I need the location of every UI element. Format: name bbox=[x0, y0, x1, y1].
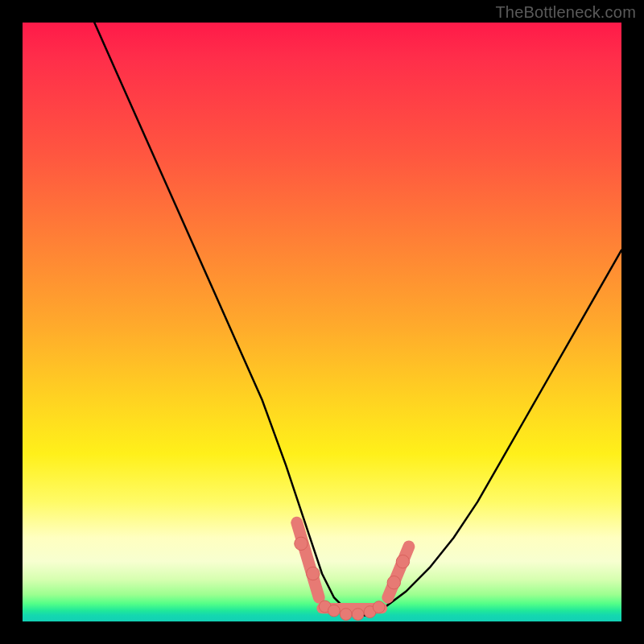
pt-left-lower bbox=[307, 567, 320, 580]
bottleneck-curve bbox=[94, 23, 621, 616]
outer-frame: TheBottleneck.com bbox=[0, 0, 644, 644]
watermark-text: TheBottleneck.com bbox=[495, 3, 636, 22]
pt-bottom-3 bbox=[340, 609, 352, 621]
curve-layer bbox=[23, 23, 621, 621]
highlight-segments bbox=[297, 522, 409, 608]
seg-right bbox=[388, 547, 409, 597]
pt-right-lower bbox=[387, 576, 400, 588]
pt-bottom-6 bbox=[373, 601, 385, 613]
pt-bottom-4 bbox=[352, 609, 364, 621]
pt-left-upper bbox=[295, 537, 308, 550]
pt-right-upper bbox=[396, 555, 409, 568]
plot-area bbox=[23, 23, 621, 621]
pt-bottom-2 bbox=[328, 605, 340, 617]
